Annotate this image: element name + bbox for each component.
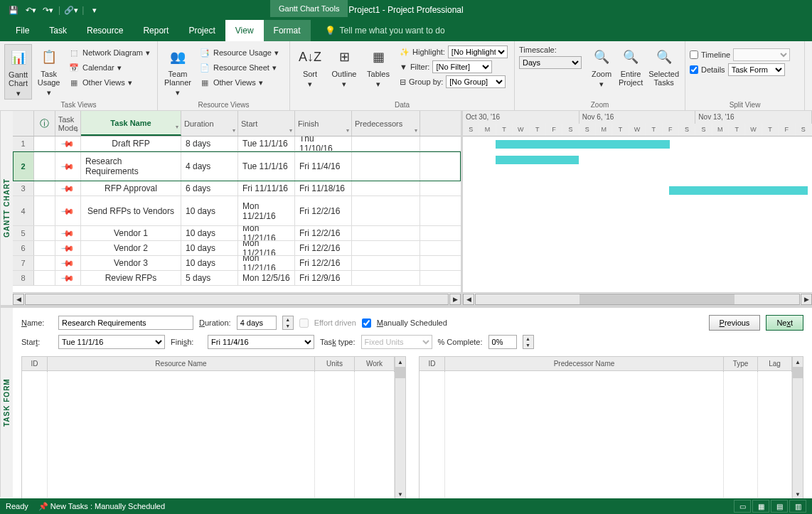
team-planner-button[interactable]: 👥 Team Planner▾	[162, 44, 193, 98]
view-btn-3[interactable]: ▤	[771, 500, 788, 513]
cell-predecessors[interactable]	[352, 256, 420, 270]
calendar-button[interactable]: 📅Calendar ▾	[65, 60, 153, 75]
sheet-scroll-right[interactable]: ▶	[449, 294, 461, 305]
table-row[interactable]: 1📌Draft RFP8 daysTue 11/1/16Thu 11/10/16	[13, 136, 461, 151]
row-number[interactable]: 2	[13, 151, 34, 181]
cell-start[interactable]: Mon 12/5/16	[238, 271, 295, 285]
row-number[interactable]: 8	[13, 271, 34, 285]
cell-start[interactable]: Mon 11/21/16	[238, 226, 295, 240]
cell-start[interactable]: Tue 11/1/16	[238, 151, 295, 181]
start-select[interactable]: Tue 11/1/16	[58, 335, 165, 349]
selected-tasks-button[interactable]: 🔍 Selected Tasks	[647, 44, 680, 88]
cell-predecessors[interactable]	[352, 241, 420, 255]
pred-type-header[interactable]: Type	[724, 357, 758, 370]
sheet-scroll-left[interactable]: ◀	[13, 294, 24, 305]
timeline-checkbox[interactable]	[690, 50, 698, 59]
cell-info[interactable]	[34, 181, 55, 196]
resource-usage-button[interactable]: 📑Resource Usage ▾	[196, 45, 282, 60]
row-number[interactable]: 1	[13, 136, 34, 151]
tables-button[interactable]: ▦ Tables▾	[363, 44, 394, 90]
resource-sheet-button[interactable]: 📄Resource Sheet ▾	[196, 60, 282, 75]
cell-info[interactable]	[34, 226, 55, 240]
cell-task-mode[interactable]: 📌	[55, 226, 81, 240]
cell-info[interactable]	[34, 196, 55, 225]
cell-task-mode[interactable]: 📌	[55, 256, 81, 270]
cell-task-mode[interactable]: 📌	[55, 136, 81, 151]
cell-info[interactable]	[34, 256, 55, 270]
cell-finish[interactable]: Fri 12/2/16	[295, 256, 352, 270]
cell-start[interactable]: Mon 11/21/16	[238, 241, 295, 255]
tab-report[interactable]: Report	[133, 20, 178, 41]
pred-lag-header[interactable]: Lag	[758, 357, 792, 370]
cell-duration[interactable]: 6 days	[181, 181, 238, 196]
res-units-header[interactable]: Units	[315, 357, 355, 370]
other-views2-button[interactable]: ▦Other Views ▾	[196, 75, 282, 90]
tab-task[interactable]: Task	[39, 20, 77, 41]
pred-id-header[interactable]: ID	[420, 357, 445, 370]
other-views-button[interactable]: ▦Other Views ▾	[65, 75, 153, 90]
cell-task-name[interactable]: Vendor 1	[81, 226, 181, 240]
pred-scroll-up[interactable]: ▲	[793, 357, 803, 367]
cell-info[interactable]	[34, 241, 55, 255]
details-checkbox[interactable]	[690, 65, 698, 74]
outline-button[interactable]: ⊞ Outline▾	[328, 44, 360, 90]
entire-project-button[interactable]: 🔍 Entire Project	[617, 44, 644, 88]
undo-icon[interactable]: ↶▾	[23, 2, 38, 18]
tab-project[interactable]: Project	[178, 20, 225, 41]
cell-duration[interactable]: 10 days	[181, 256, 238, 270]
cell-task-mode[interactable]: 📌	[55, 271, 81, 285]
cell-duration[interactable]: 4 days	[181, 151, 238, 181]
row-header-corner[interactable]	[13, 111, 34, 136]
cell-info[interactable]	[34, 136, 55, 151]
cell-finish[interactable]: Fri 11/18/16	[295, 181, 352, 196]
cell-start[interactable]: Mon 11/21/16	[238, 256, 295, 270]
row-number[interactable]: 3	[13, 181, 34, 196]
view-btn-2[interactable]: ▦	[752, 500, 769, 513]
table-row[interactable]: 5📌Vendor 110 daysMon 11/21/16Fri 12/2/16	[13, 226, 461, 241]
col-predecessors[interactable]: Predecessors▾	[352, 111, 420, 136]
table-row[interactable]: 3📌RFP Approval6 daysFri 11/11/16Fri 11/1…	[13, 181, 461, 196]
name-field[interactable]	[58, 316, 193, 330]
cell-predecessors[interactable]	[352, 271, 420, 285]
row-number[interactable]: 4	[13, 196, 34, 225]
cell-task-name[interactable]: Review RFPs	[81, 271, 181, 285]
cell-finish[interactable]: Fri 12/2/16	[295, 196, 352, 225]
cell-finish[interactable]: Fri 12/2/16	[295, 226, 352, 240]
highlight-select[interactable]: [No Highlight]	[448, 45, 508, 58]
previous-button[interactable]: Previous	[709, 315, 761, 331]
cell-predecessors[interactable]	[352, 196, 420, 225]
cell-task-name[interactable]: RFP Approval	[81, 181, 181, 196]
table-row[interactable]: 6📌Vendor 210 daysMon 11/21/16Fri 12/2/16	[13, 241, 461, 256]
table-row[interactable]: 7📌Vendor 310 daysMon 11/21/16Fri 12/2/16	[13, 256, 461, 271]
cell-start[interactable]: Tue 11/1/16	[238, 136, 295, 151]
tell-me-search[interactable]: 💡 Tell me what you want to do	[325, 20, 445, 41]
cell-start[interactable]: Mon 11/21/16	[238, 196, 295, 225]
cell-duration[interactable]: 5 days	[181, 271, 238, 285]
cell-task-mode[interactable]: 📌	[55, 241, 81, 255]
cell-duration[interactable]: 10 days	[181, 226, 238, 240]
res-scroll-up[interactable]: ▲	[395, 357, 405, 367]
gantt-scroll-thumb[interactable]	[579, 294, 734, 304]
col-start[interactable]: Start▾	[238, 111, 295, 136]
cell-predecessors[interactable]	[352, 226, 420, 240]
gantt-scroll-left[interactable]: ◀	[463, 294, 474, 305]
cell-task-name[interactable]: Send RFPs to Vendors	[81, 196, 181, 225]
col-task-mode[interactable]: Task Mode▾	[55, 111, 81, 136]
status-new-tasks[interactable]: 📌 New Tasks : Manually Scheduled	[38, 502, 165, 511]
sheet-scroll-track[interactable]	[25, 294, 449, 305]
row-number[interactable]: 7	[13, 256, 34, 270]
dur-up[interactable]: ▲	[283, 316, 293, 323]
sort-button[interactable]: A↓Z Sort▾	[294, 44, 326, 90]
cell-duration[interactable]: 10 days	[181, 241, 238, 255]
dur-down[interactable]: ▼	[283, 323, 293, 329]
cell-task-name[interactable]: Research Requirements	[81, 151, 181, 181]
pred-scroll-down[interactable]: ▼	[793, 489, 803, 499]
network-diagram-button[interactable]: ⬚Network Diagram ▾	[65, 45, 153, 60]
pred-name-header[interactable]: Predecessor Name	[445, 357, 724, 370]
col-finish[interactable]: Finish▾	[295, 111, 352, 136]
table-row[interactable]: 2📌Research Requirements4 daysTue 11/1/16…	[13, 151, 461, 181]
zoom-button[interactable]: 🔍 Zoom▾	[589, 44, 614, 90]
view-btn-4[interactable]: ▥	[789, 500, 806, 513]
cell-info[interactable]	[34, 151, 55, 181]
cell-duration[interactable]: 8 days	[181, 136, 238, 151]
